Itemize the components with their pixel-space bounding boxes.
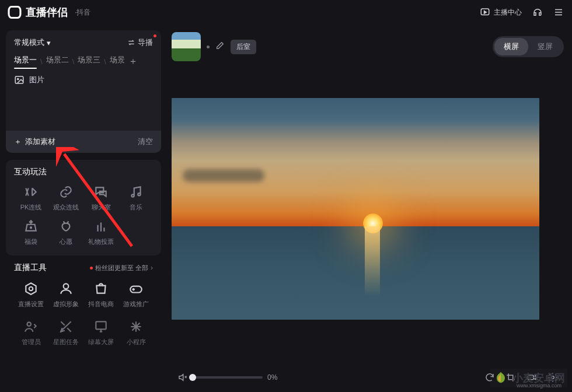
fanclub-update-link[interactable]: 粉丝团更新至 全部 › xyxy=(90,264,153,272)
scene-tab-1[interactable]: 场景一 xyxy=(14,55,37,68)
preview-pane: 后室 横屏 竖屏 xyxy=(163,24,572,392)
pencil-icon xyxy=(215,41,225,50)
reflection-decoration xyxy=(365,226,380,296)
orientation-horizontal[interactable]: 横屏 xyxy=(494,38,528,55)
caret-down-icon: ▾ xyxy=(47,38,51,47)
chatroom-button[interactable]: 聊天室 xyxy=(84,182,118,214)
plus-icon: ＋ xyxy=(14,136,22,147)
clear-button[interactable]: 清空 xyxy=(138,136,153,147)
watermark-url: www.xmsigma.com xyxy=(517,383,561,388)
preview-header: 后室 横屏 竖屏 xyxy=(172,30,564,63)
scene-thumbnail[interactable] xyxy=(172,32,201,61)
tools-panel: 直播工具 粉丝团更新至 全部 › 直播设置 虚拟形象 xyxy=(6,262,161,349)
scene-tabs: 场景一 \ 场景二 \ 场景三 \ 场景 ＋ xyxy=(14,55,153,68)
scene-tab-2[interactable]: 场景二 xyxy=(46,55,69,68)
volume-percent: 0% xyxy=(267,373,286,382)
add-scene-button[interactable]: ＋ xyxy=(128,55,138,68)
asset-image-item[interactable]: 图片 xyxy=(14,75,153,85)
host-center-label: 主播中心 xyxy=(494,8,522,18)
scene-tab-3[interactable]: 场景三 xyxy=(78,55,100,68)
orientation-vertical[interactable]: 竖屏 xyxy=(528,38,562,55)
scene-tab-4[interactable]: 场景 xyxy=(110,55,125,68)
gift-vote-button[interactable]: 礼物投票 xyxy=(84,216,118,249)
volume-control[interactable]: 0% xyxy=(177,372,286,383)
edit-title-button[interactable] xyxy=(215,41,225,52)
main-layout: 常规模式 ▾ 导播 场景一 \ 场景二 \ 场景三 \ 场景 xyxy=(0,24,572,392)
ecommerce-button[interactable]: 抖音电商 xyxy=(84,279,118,311)
preview-canvas[interactable] xyxy=(172,98,539,320)
pk-link-button[interactable]: PK连线 xyxy=(14,182,48,214)
host-center-link[interactable]: 主播中心 xyxy=(480,7,522,18)
green-screen-button[interactable]: 绿幕大屏 xyxy=(84,317,118,349)
app-title: 直播伴侣 xyxy=(26,5,68,19)
slider-knob[interactable] xyxy=(189,374,196,381)
status-dot xyxy=(207,46,210,48)
svg-rect-8 xyxy=(96,321,106,329)
image-icon xyxy=(14,75,25,85)
interact-panel: 互动玩法 PK连线 观众连线 聊天室 音乐 xyxy=(6,160,161,256)
speaker-mute-icon xyxy=(177,372,188,383)
miniprogram-button[interactable]: 小程序 xyxy=(119,317,153,349)
music-button[interactable]: 音乐 xyxy=(119,182,153,214)
chevron-right-icon: › xyxy=(151,264,153,272)
menu-icon[interactable] xyxy=(553,7,564,18)
swap-icon xyxy=(127,38,135,47)
app-logo: 直播伴侣 ·抖音 xyxy=(8,5,90,19)
mode-dropdown[interactable]: 常规模式 ▾ xyxy=(14,37,51,48)
orientation-toggle: 横屏 竖屏 xyxy=(493,36,564,57)
interact-title: 互动玩法 xyxy=(14,167,153,177)
top-actions: 主播中心 xyxy=(480,7,564,18)
watermark: 小麦安卓网 www.xmsigma.com xyxy=(490,369,567,387)
logo-icon xyxy=(8,6,21,19)
room-tag[interactable]: 后室 xyxy=(231,40,256,54)
play-box-icon xyxy=(480,7,490,18)
headset-icon[interactable] xyxy=(532,7,543,18)
volume-slider[interactable] xyxy=(193,376,263,379)
tools-title: 直播工具 xyxy=(14,262,47,273)
notification-dot xyxy=(154,34,156,37)
admin-button[interactable]: 管理员 xyxy=(14,317,48,349)
svg-point-3 xyxy=(30,227,32,228)
game-promo-button[interactable]: 游戏推广 xyxy=(119,279,153,311)
virtual-avatar-button[interactable]: 虚拟形象 xyxy=(49,279,83,311)
app-subtitle: ·抖音 xyxy=(75,8,90,18)
svg-point-7 xyxy=(27,322,32,326)
top-bar: 直播伴侣 ·抖音 主播中心 xyxy=(0,0,572,24)
cloud-decoration xyxy=(183,169,264,182)
audience-link-button[interactable]: 观众连线 xyxy=(49,182,83,214)
svg-rect-6 xyxy=(130,286,142,293)
svg-point-5 xyxy=(64,284,69,289)
star-task-button[interactable]: 星图任务 xyxy=(49,317,83,349)
notification-dot xyxy=(90,267,93,270)
live-settings-button[interactable]: 直播设置 xyxy=(14,279,48,311)
add-asset-button[interactable]: ＋ 添加素材 xyxy=(14,136,55,147)
left-sidebar: 常规模式 ▾ 导播 场景一 \ 场景二 \ 场景三 \ 场景 xyxy=(0,24,163,392)
svg-point-2 xyxy=(18,78,19,79)
svg-point-4 xyxy=(29,287,33,291)
watermark-logo xyxy=(493,370,509,386)
scenes-panel: 常规模式 ▾ 导播 场景一 \ 场景二 \ 场景三 \ 场景 xyxy=(6,30,161,153)
lucky-bag-button[interactable]: 福袋 xyxy=(14,216,48,249)
broadcast-button[interactable]: 导播 xyxy=(127,37,153,48)
wish-button[interactable]: 心愿 xyxy=(49,216,83,249)
